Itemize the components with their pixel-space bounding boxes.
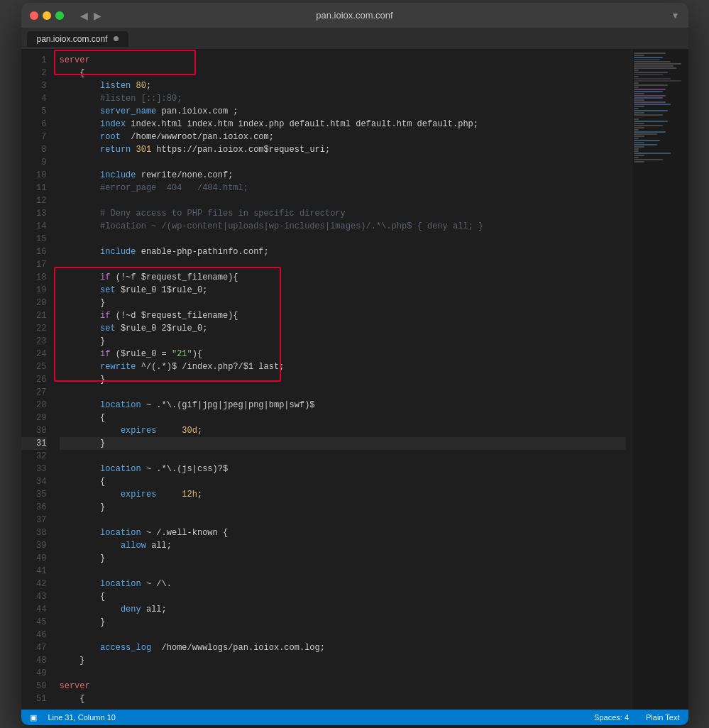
code-line-31: } (60, 437, 626, 450)
code-line-13: # Deny access to PHP files in specific d… (60, 207, 626, 220)
dropdown-icon[interactable]: ▼ (671, 11, 680, 21)
code-line-20: } (60, 297, 626, 309)
tab-modified-dot (114, 36, 119, 41)
code-line-19: set $rule_0 1$rule_0; (60, 284, 626, 297)
statusbar: ▣ Line 31, Column 10 Spaces: 4 Plain Tex… (21, 710, 688, 725)
ln-6: 6 (21, 118, 47, 131)
ln-31: 31 (21, 437, 47, 450)
close-button[interactable] (30, 11, 38, 20)
code-line-6: index index.html index.htm index.php def… (60, 118, 626, 131)
code-line-30: expires 30d; (60, 424, 626, 437)
ln-3: 3 (21, 79, 47, 92)
ln-9: 9 (21, 156, 47, 169)
ln-36: 36 (21, 501, 47, 514)
code-line-36: } (60, 501, 626, 514)
ln-45: 45 (21, 616, 47, 629)
ln-2: 2 (21, 67, 47, 79)
editor-area: 1 2 3 4 5 6 7 8 9 10 11 12 13 14 15 16 1… (21, 50, 688, 710)
ln-50: 50 (21, 680, 47, 693)
code-line-39: allow all; (60, 539, 626, 552)
forward-arrow[interactable]: ▶ (92, 10, 104, 21)
minimize-button[interactable] (43, 11, 51, 20)
ln-34: 34 (21, 475, 47, 488)
code-line-12 (60, 194, 626, 207)
code-line-24: if ($rule_0 = "21"){ (60, 348, 626, 360)
ln-5: 5 (21, 105, 47, 118)
ln-43: 43 (21, 590, 47, 603)
code-line-40: } (60, 552, 626, 565)
code-line-9 (60, 156, 626, 169)
code-line-33: location ~ .*\.(js|css)?$ (60, 463, 626, 475)
syntax-indicator[interactable]: Plain Text (646, 713, 680, 722)
active-tab[interactable]: pan.ioiox.com.conf (27, 31, 128, 47)
code-line-46 (60, 629, 626, 641)
ln-47: 47 (21, 641, 47, 654)
code-line-4: #listen [::]:80; (60, 92, 626, 105)
ln-27: 27 (21, 386, 47, 399)
ln-51: 51 (21, 693, 47, 705)
ln-19: 19 (21, 284, 47, 297)
status-right: Spaces: 4 Plain Text (594, 713, 679, 722)
ln-35: 35 (21, 488, 47, 501)
ln-15: 15 (21, 233, 47, 246)
ln-23: 23 (21, 335, 47, 348)
tab-bar: pan.ioiox.com.conf (21, 28, 688, 50)
code-editor[interactable]: server { listen 80; #listen [::]:80; ser… (54, 50, 632, 710)
ln-48: 48 (21, 654, 47, 667)
code-line-8: return 301 https://pan.ioiox.com$request… (60, 143, 626, 156)
ln-1: 1 (21, 54, 47, 67)
editor-window: ◀ ▶ pan.ioiox.com.conf ▼ pan.ioiox.com.c… (21, 3, 688, 725)
code-line-49 (60, 667, 626, 680)
code-line-43: { (60, 590, 626, 603)
ln-11: 11 (21, 182, 47, 194)
ln-39: 39 (21, 539, 47, 552)
cursor-position[interactable]: Line 31, Column 10 (48, 713, 116, 722)
back-arrow[interactable]: ◀ (78, 10, 90, 21)
code-line-29: { (60, 412, 626, 424)
code-line-50: server (60, 680, 626, 693)
maximize-button[interactable] (55, 11, 64, 20)
code-line-38: location ~ /.well-known { (60, 526, 626, 539)
code-line-17 (60, 258, 626, 271)
code-line-35: expires 12h; (60, 488, 626, 501)
ln-44: 44 (21, 603, 47, 616)
ln-41: 41 (21, 565, 47, 578)
minimap (632, 50, 688, 710)
ln-16: 16 (21, 246, 47, 258)
spaces-indicator[interactable]: Spaces: 4 (594, 713, 629, 722)
code-line-48: } (60, 654, 626, 667)
ln-25: 25 (21, 360, 47, 373)
code-line-23: } (60, 335, 626, 348)
ln-29: 29 (21, 412, 47, 424)
code-line-18: if (!~f $request_filename){ (60, 271, 626, 284)
monitor-icon: ▣ (30, 713, 37, 722)
code-line-37 (60, 514, 626, 526)
ln-14: 14 (21, 220, 47, 233)
ln-33: 33 (21, 463, 47, 475)
traffic-lights (30, 11, 64, 20)
code-line-10: include rewrite/none.conf; (60, 169, 626, 182)
code-line-14: #location ~ /(wp-content|uploads|wp-incl… (60, 220, 626, 233)
ln-46: 46 (21, 629, 47, 641)
ln-28: 28 (21, 399, 47, 412)
code-line-42: location ~ /\. (60, 578, 626, 590)
line-numbers: 1 2 3 4 5 6 7 8 9 10 11 12 13 14 15 16 1… (21, 50, 54, 710)
code-line-2: { (60, 67, 626, 79)
code-line-21: if (!~d $request_filename){ (60, 309, 626, 322)
ln-12: 12 (21, 194, 47, 207)
ln-4: 4 (21, 92, 47, 105)
code-line-34: { (60, 475, 626, 488)
code-line-47: access_log /home/wwwlogs/pan.ioiox.com.l… (60, 641, 626, 654)
ln-7: 7 (21, 131, 47, 143)
nav-arrows: ◀ ▶ (78, 10, 104, 21)
code-line-15 (60, 233, 626, 246)
ln-13: 13 (21, 207, 47, 220)
ln-17: 17 (21, 258, 47, 271)
code-line-3: listen 80; (60, 79, 626, 92)
ln-10: 10 (21, 169, 47, 182)
ln-30: 30 (21, 424, 47, 437)
ln-22: 22 (21, 322, 47, 335)
status-left: ▣ Line 31, Column 10 (30, 713, 116, 722)
ln-32: 32 (21, 450, 47, 463)
ln-42: 42 (21, 578, 47, 590)
